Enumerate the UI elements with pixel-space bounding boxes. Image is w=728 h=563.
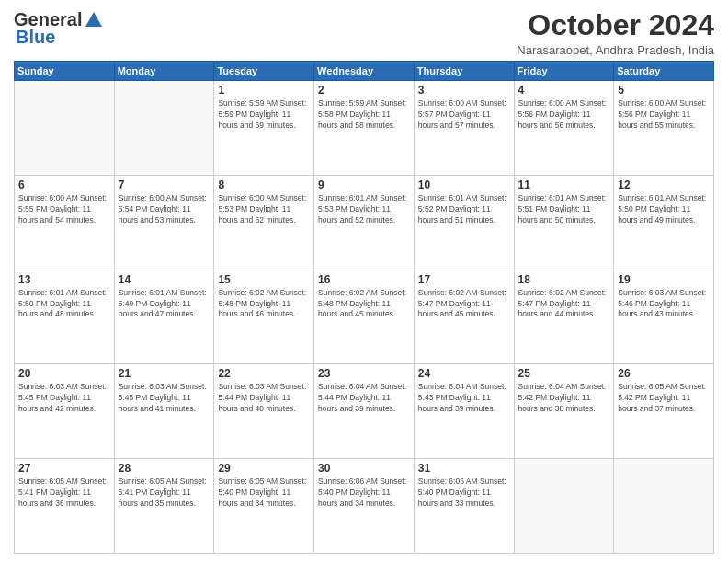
table-row: 4Sunrise: 6:00 AM Sunset: 5:56 PM Daylig… [514,81,614,176]
table-row [114,81,214,176]
day-number: 26 [618,367,710,380]
day-number: 25 [518,367,610,380]
table-row: 14Sunrise: 6:01 AM Sunset: 5:49 PM Dayli… [114,270,214,364]
table-row: 12Sunrise: 6:01 AM Sunset: 5:50 PM Dayli… [614,175,714,270]
cell-info: Sunrise: 5:59 AM Sunset: 5:58 PM Dayligh… [318,98,410,132]
day-number: 17 [418,273,510,286]
table-row: 18Sunrise: 6:02 AM Sunset: 5:47 PM Dayli… [514,270,614,364]
table-row: 31Sunrise: 6:06 AM Sunset: 5:40 PM Dayli… [414,459,514,554]
cell-info: Sunrise: 6:04 AM Sunset: 5:43 PM Dayligh… [418,382,510,415]
cell-info: Sunrise: 6:00 AM Sunset: 5:56 PM Dayligh… [618,98,710,132]
day-number: 16 [318,273,410,286]
day-number: 8 [218,178,310,191]
cell-info: Sunrise: 6:02 AM Sunset: 5:47 PM Dayligh… [518,288,610,321]
cell-info: Sunrise: 6:00 AM Sunset: 5:54 PM Dayligh… [119,193,210,226]
calendar-week-row: 20Sunrise: 6:03 AM Sunset: 5:45 PM Dayli… [15,364,714,459]
day-number: 21 [119,367,210,380]
cell-info: Sunrise: 6:05 AM Sunset: 5:42 PM Dayligh… [618,382,710,415]
table-row: 16Sunrise: 6:02 AM Sunset: 5:48 PM Dayli… [314,270,415,364]
cell-info: Sunrise: 6:03 AM Sunset: 5:45 PM Dayligh… [18,382,110,415]
day-number: 7 [119,178,210,191]
table-row: 7Sunrise: 6:00 AM Sunset: 5:54 PM Daylig… [114,175,214,270]
table-row: 2Sunrise: 5:59 AM Sunset: 5:58 PM Daylig… [314,81,415,176]
day-number: 19 [618,273,710,286]
table-row: 25Sunrise: 6:04 AM Sunset: 5:42 PM Dayli… [514,364,614,459]
table-row: 17Sunrise: 6:02 AM Sunset: 5:47 PM Dayli… [414,270,514,364]
day-number: 3 [418,84,510,97]
day-number: 1 [218,84,310,97]
location: Narasaraopet, Andhra Pradesh, India [517,43,714,57]
table-row [514,459,614,554]
table-row: 22Sunrise: 6:03 AM Sunset: 5:44 PM Dayli… [214,364,314,459]
table-row [15,81,115,176]
day-number: 29 [218,462,310,475]
cell-info: Sunrise: 6:05 AM Sunset: 5:40 PM Dayligh… [218,477,310,510]
cell-info: Sunrise: 6:01 AM Sunset: 5:49 PM Dayligh… [119,288,210,321]
cell-info: Sunrise: 6:04 AM Sunset: 5:42 PM Dayligh… [518,382,610,415]
table-row: 3Sunrise: 6:00 AM Sunset: 5:57 PM Daylig… [414,81,514,176]
day-number: 11 [518,178,610,191]
table-row: 19Sunrise: 6:03 AM Sunset: 5:46 PM Dayli… [614,270,714,364]
col-wednesday: Wednesday [314,62,415,81]
day-number: 30 [318,462,410,475]
col-monday: Monday [114,62,214,81]
cell-info: Sunrise: 6:01 AM Sunset: 5:50 PM Dayligh… [618,193,710,226]
col-thursday: Thursday [414,62,514,81]
table-row: 29Sunrise: 6:05 AM Sunset: 5:40 PM Dayli… [214,459,314,554]
day-number: 10 [418,178,510,191]
table-row: 27Sunrise: 6:05 AM Sunset: 5:41 PM Dayli… [15,459,115,554]
table-row: 6Sunrise: 6:00 AM Sunset: 5:55 PM Daylig… [15,175,115,270]
table-row [614,459,714,554]
cell-info: Sunrise: 6:06 AM Sunset: 5:40 PM Dayligh… [318,477,410,510]
cell-info: Sunrise: 5:59 AM Sunset: 5:59 PM Dayligh… [218,98,310,132]
day-number: 20 [18,367,110,380]
day-number: 31 [418,462,510,475]
col-tuesday: Tuesday [214,62,314,81]
cell-info: Sunrise: 6:03 AM Sunset: 5:46 PM Dayligh… [618,288,710,321]
table-row: 13Sunrise: 6:01 AM Sunset: 5:50 PM Dayli… [15,270,115,364]
table-row: 23Sunrise: 6:04 AM Sunset: 5:44 PM Dayli… [314,364,415,459]
day-number: 13 [18,273,110,286]
logo-icon [84,10,104,30]
day-number: 9 [318,178,410,191]
table-row: 5Sunrise: 6:00 AM Sunset: 5:56 PM Daylig… [614,81,714,176]
cell-info: Sunrise: 6:00 AM Sunset: 5:56 PM Dayligh… [518,98,610,132]
cell-info: Sunrise: 6:00 AM Sunset: 5:53 PM Dayligh… [218,193,310,226]
day-number: 15 [218,273,310,286]
day-number: 23 [318,367,410,380]
table-row: 26Sunrise: 6:05 AM Sunset: 5:42 PM Dayli… [614,364,714,459]
day-number: 14 [119,273,210,286]
cell-info: Sunrise: 6:00 AM Sunset: 5:57 PM Dayligh… [418,98,510,132]
calendar-week-row: 1Sunrise: 5:59 AM Sunset: 5:59 PM Daylig… [15,81,714,176]
table-row: 11Sunrise: 6:01 AM Sunset: 5:51 PM Dayli… [514,175,614,270]
table-row: 1Sunrise: 5:59 AM Sunset: 5:59 PM Daylig… [214,81,314,176]
header: General Blue October 2024 Narasaraopet, … [14,9,714,57]
svg-marker-0 [85,12,102,27]
table-row: 28Sunrise: 6:05 AM Sunset: 5:41 PM Dayli… [114,459,214,554]
day-number: 28 [119,462,210,475]
day-number: 22 [218,367,310,380]
day-number: 12 [618,178,710,191]
cell-info: Sunrise: 6:01 AM Sunset: 5:51 PM Dayligh… [518,193,610,226]
col-friday: Friday [514,62,614,81]
day-number: 4 [518,84,610,97]
cell-info: Sunrise: 6:05 AM Sunset: 5:41 PM Dayligh… [18,477,110,510]
month-title: October 2024 [517,9,714,41]
calendar-week-row: 13Sunrise: 6:01 AM Sunset: 5:50 PM Dayli… [15,270,714,364]
day-number: 6 [18,178,110,191]
table-row: 30Sunrise: 6:06 AM Sunset: 5:40 PM Dayli… [314,459,415,554]
page: General Blue October 2024 Narasaraopet, … [0,0,728,563]
table-row: 9Sunrise: 6:01 AM Sunset: 5:53 PM Daylig… [314,175,415,270]
cell-info: Sunrise: 6:01 AM Sunset: 5:53 PM Dayligh… [318,193,410,226]
cell-info: Sunrise: 6:02 AM Sunset: 5:47 PM Dayligh… [418,288,510,321]
logo-blue: Blue [16,27,55,48]
day-number: 2 [318,84,410,97]
table-row: 21Sunrise: 6:03 AM Sunset: 5:45 PM Dayli… [114,364,214,459]
table-row: 20Sunrise: 6:03 AM Sunset: 5:45 PM Dayli… [15,364,115,459]
logo: General Blue [14,9,104,48]
calendar-header-row: Sunday Monday Tuesday Wednesday Thursday… [15,62,714,81]
cell-info: Sunrise: 6:02 AM Sunset: 5:48 PM Dayligh… [218,288,310,321]
calendar-week-row: 6Sunrise: 6:00 AM Sunset: 5:55 PM Daylig… [15,175,714,270]
cell-info: Sunrise: 6:02 AM Sunset: 5:48 PM Dayligh… [318,288,410,321]
title-block: October 2024 Narasaraopet, Andhra Prades… [517,9,714,57]
